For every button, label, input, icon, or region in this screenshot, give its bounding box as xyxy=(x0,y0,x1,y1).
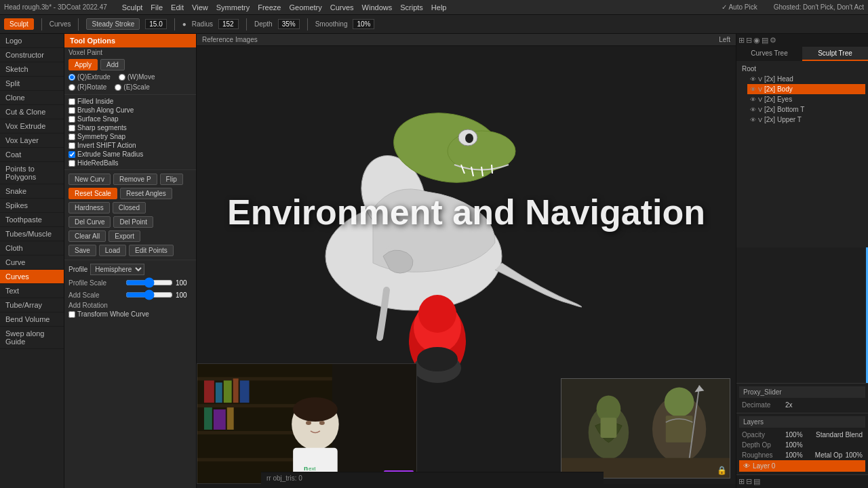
sculpt-mode-button[interactable]: Sculpt xyxy=(4,18,34,30)
viewport-canvas[interactable]: Environment and Navigation xyxy=(197,46,736,484)
save-button[interactable]: Save xyxy=(68,245,96,256)
profile-scale-row: Profile Scale 100 xyxy=(64,277,196,289)
sidebar-item-sketch[interactable]: Sketch xyxy=(0,62,64,77)
filled-inside-checkbox[interactable] xyxy=(68,98,75,105)
sidebar-item-cut-clone[interactable]: Cut & Clone xyxy=(0,105,64,119)
add-button[interactable]: Add xyxy=(100,59,125,70)
smoothing-val[interactable]: 10% xyxy=(353,19,374,29)
edit-points-button[interactable]: Edit Points xyxy=(129,245,174,256)
transform-whole-curve-checkbox[interactable] xyxy=(68,311,75,318)
menu-geometry[interactable]: Geometry xyxy=(289,3,321,12)
sidebar-item-vox-layer[interactable]: Vox Layer xyxy=(0,134,64,148)
hide-red-balls-checkbox[interactable] xyxy=(68,160,75,167)
steady-stroke-button[interactable]: Steady Stroke xyxy=(86,18,140,30)
hardness-button[interactable]: Hardness xyxy=(68,202,110,214)
svg-rect-35 xyxy=(227,407,234,430)
sidebar-item-curves[interactable]: Curves xyxy=(0,270,64,284)
menu-view[interactable]: View xyxy=(192,3,208,12)
eye-icon-body: 👁 xyxy=(750,86,756,93)
rs-bottom-icon-2[interactable]: ⊟ xyxy=(746,477,752,486)
rs-icon-4[interactable]: ▤ xyxy=(762,36,768,45)
depth-val[interactable]: 35% xyxy=(278,19,300,29)
rs-icon-1[interactable]: ⊞ xyxy=(738,36,745,45)
svg-point-43 xyxy=(319,421,325,425)
sidebar-item-sweep-guide[interactable]: Swep along Guide xyxy=(0,327,64,349)
sidebar-item-coat[interactable]: Coat xyxy=(0,148,64,162)
rs-bottom-icon-3[interactable]: ▤ xyxy=(753,477,760,486)
toolbar-sep-2 xyxy=(78,18,79,30)
sharp-segments-checkbox[interactable] xyxy=(68,125,75,131)
tree-item-head[interactable]: 👁 V [2x] Head xyxy=(747,74,865,84)
load-button[interactable]: Load xyxy=(99,245,126,256)
add-scale-row: Add Scale 100 xyxy=(64,289,196,301)
rs-bottom-icon-1[interactable]: ⊞ xyxy=(738,477,745,486)
surface-snap-check: Surface Snap xyxy=(64,115,196,123)
sidebar-item-cloth[interactable]: Cloth xyxy=(0,241,64,256)
curves-tree-tab[interactable]: Curves Tree xyxy=(736,47,802,61)
flip-button[interactable]: Flip xyxy=(160,174,183,185)
profile-scale-slider[interactable] xyxy=(125,277,173,288)
sidebar-item-constructor[interactable]: Constructor xyxy=(0,48,64,62)
sidebar-item-curve[interactable]: Curve xyxy=(0,256,64,270)
reset-angles-button[interactable]: Reset Angles xyxy=(120,188,172,199)
reset-scale-button[interactable]: Reset Scale xyxy=(68,188,117,199)
sidebar-item-snake[interactable]: Snake xyxy=(0,184,64,199)
sidebar-item-tubes-muscle[interactable]: Tubes/Muscle xyxy=(0,227,64,241)
viewport[interactable]: Reference Images Left Environment and Na… xyxy=(197,34,736,488)
v-icon-bottom-t: V xyxy=(758,106,762,113)
profile-select[interactable]: Hemisphere xyxy=(90,264,144,275)
tree-item-body[interactable]: 👁 V [2x] Body xyxy=(747,84,865,94)
sidebar-item-points-polygons[interactable]: Points to Polygons xyxy=(0,162,64,184)
symmetry-snap-checkbox[interactable] xyxy=(68,134,75,140)
eye-icon-upper-t: 👁 xyxy=(750,117,756,123)
closed-button[interactable]: Closed xyxy=(113,202,146,214)
extrude-radio[interactable] xyxy=(68,74,75,81)
rs-icon-3[interactable]: ◉ xyxy=(753,36,760,45)
menu-file[interactable]: File xyxy=(151,3,163,12)
move-radio[interactable] xyxy=(119,74,125,81)
rs-icon-5[interactable]: ⚙ xyxy=(770,36,776,45)
svg-rect-30 xyxy=(224,380,232,403)
reference-image[interactable]: 🔒 xyxy=(561,378,730,479)
menu-edit[interactable]: Edit xyxy=(171,3,184,12)
sidebar-item-spikes[interactable]: Spikes xyxy=(0,199,64,213)
radius-val[interactable]: 152 xyxy=(218,19,239,29)
surface-snap-checkbox[interactable] xyxy=(68,116,75,123)
menu-scripts[interactable]: Scripts xyxy=(400,3,423,12)
menu-help[interactable]: Help xyxy=(431,3,447,12)
clear-all-button[interactable]: Clear All xyxy=(68,230,106,242)
invert-shift-checkbox[interactable] xyxy=(68,142,75,149)
tree-item-eyes[interactable]: 👁 V [2x] Eyes xyxy=(747,94,865,104)
menu-curves[interactable]: Curves xyxy=(330,3,354,12)
menu-freeze[interactable]: Freeze xyxy=(258,3,281,12)
tree-item-bottom-t[interactable]: 👁 V [2x] Bottom T xyxy=(747,104,865,115)
extrude-same-radius-checkbox[interactable] xyxy=(68,151,75,158)
menu-symmetry[interactable]: Symmetry xyxy=(216,3,250,12)
menu-sculpt[interactable]: Sculpt xyxy=(122,3,143,12)
rotate-radio[interactable] xyxy=(68,84,75,91)
sidebar-item-logo[interactable]: Logo xyxy=(0,34,64,48)
export-button[interactable]: Export xyxy=(108,230,140,242)
del-curve-button[interactable]: Del Curve xyxy=(68,216,111,228)
apply-button[interactable]: Apply xyxy=(68,59,98,70)
svg-point-17 xyxy=(665,387,694,417)
brush-along-curve-checkbox[interactable] xyxy=(68,107,75,114)
sidebar-item-tube-array[interactable]: Tube/Array xyxy=(0,298,64,312)
scale-radio[interactable] xyxy=(115,84,121,91)
sidebar-item-bend-volume[interactable]: Bend Volume xyxy=(0,312,64,327)
tree-item-upper-t[interactable]: 👁 V [2x] Upper T xyxy=(747,115,865,125)
sidebar-item-split[interactable]: Split xyxy=(0,77,64,91)
new-curv-button[interactable]: New Curv xyxy=(68,174,111,185)
sidebar-item-vox-extrude[interactable]: Vox Extrude xyxy=(0,119,64,134)
menu-windows[interactable]: Windows xyxy=(362,3,393,12)
layer-0-item[interactable]: 👁 Layer 0 xyxy=(739,460,865,472)
add-scale-slider[interactable] xyxy=(125,289,173,300)
remove-p-button[interactable]: Remove P xyxy=(113,174,157,185)
del-point-button[interactable]: Del Point xyxy=(113,216,153,228)
sidebar-item-toothpaste[interactable]: Toothpaste xyxy=(0,213,64,227)
sidebar-item-text[interactable]: Text xyxy=(0,284,64,298)
sidebar-item-clone[interactable]: Clone xyxy=(0,91,64,105)
sculpt-tree-tab[interactable]: Sculpt Tree xyxy=(802,47,868,61)
rs-icon-2[interactable]: ⊟ xyxy=(746,36,752,45)
steady-stroke-val[interactable]: 15.0 xyxy=(145,19,166,29)
